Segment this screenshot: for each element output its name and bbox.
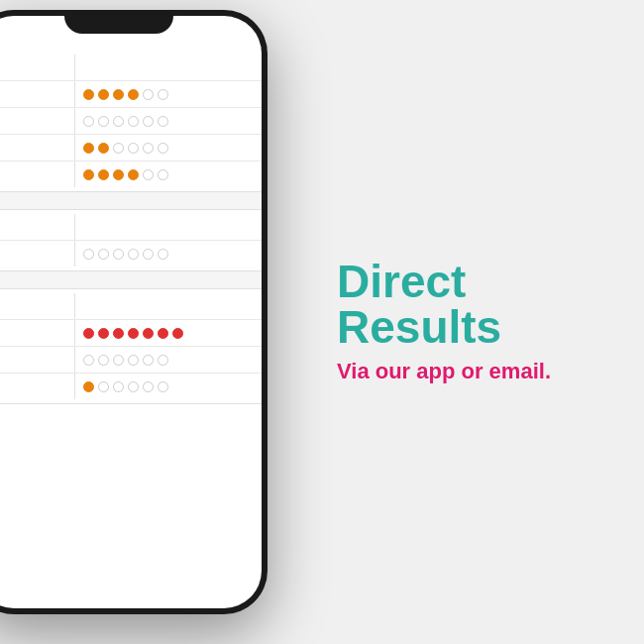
- dot: [83, 249, 94, 260]
- table-row: tion: [0, 241, 262, 267]
- phone-screen: on m: [0, 16, 262, 608]
- headline: Direct Results: [337, 259, 624, 350]
- row-label: [0, 320, 75, 346]
- screen-content: on m: [0, 16, 262, 608]
- dot: [143, 116, 154, 127]
- table-row: on: [0, 214, 262, 241]
- dot: [113, 89, 124, 100]
- dot: [113, 143, 124, 154]
- dots-row: [75, 377, 176, 396]
- table-row: on: [0, 54, 262, 81]
- dot: [128, 116, 139, 127]
- dot: [98, 381, 109, 392]
- dot: [83, 355, 94, 366]
- dot: [143, 355, 154, 366]
- section-1: on m: [0, 51, 262, 192]
- dot: [158, 355, 168, 366]
- dot: [98, 355, 109, 366]
- row-label: tion: [0, 347, 75, 373]
- table-row: m: [0, 81, 262, 108]
- table-row: [0, 320, 262, 347]
- dot: [98, 116, 109, 127]
- dot: [158, 249, 168, 260]
- row-label: on: [0, 214, 75, 240]
- section-gap: [0, 271, 262, 289]
- headline-line2: Results: [337, 301, 501, 353]
- dot: [158, 143, 168, 154]
- dot: [98, 249, 109, 260]
- dot: [83, 328, 94, 339]
- subtext: Via our app or email.: [337, 358, 624, 386]
- table-row: m: [0, 161, 262, 187]
- dot: [143, 381, 154, 392]
- row-label: [0, 135, 75, 161]
- dot: [83, 169, 94, 180]
- dot: [113, 381, 124, 392]
- dots-row: [75, 223, 91, 231]
- dot: [128, 169, 139, 180]
- dot: [113, 169, 124, 180]
- dot: [158, 328, 168, 339]
- dot: [128, 355, 139, 366]
- dot: [143, 249, 154, 260]
- phone-notch: [64, 10, 173, 34]
- dot: [158, 89, 168, 100]
- dot: [83, 381, 94, 392]
- dot: [113, 355, 124, 366]
- dot: [128, 249, 139, 260]
- dot: [143, 169, 154, 180]
- section-3: on: [0, 289, 262, 404]
- row-label: on: [0, 54, 75, 80]
- row-label: m: [0, 161, 75, 187]
- dot: [98, 89, 109, 100]
- row-label: on: [0, 293, 75, 319]
- dot: [83, 143, 94, 154]
- row-label: ton: [0, 374, 75, 399]
- dot: [143, 143, 154, 154]
- dots-row: [75, 139, 176, 158]
- dot: [113, 328, 124, 339]
- table-row: ton: [0, 374, 262, 399]
- dots-row: [75, 112, 176, 131]
- row-label: m: [0, 81, 75, 107]
- table-row: tion: [0, 347, 262, 374]
- section-gap: [0, 192, 262, 210]
- dot: [128, 143, 139, 154]
- dot: [83, 116, 94, 127]
- dots-row: [75, 165, 176, 184]
- dots-row: [75, 245, 176, 264]
- dot: [158, 116, 168, 127]
- table-row: on: [0, 293, 262, 320]
- dots-row: [75, 351, 176, 370]
- section-2: on tion: [0, 210, 262, 271]
- table-row: tion: [0, 108, 262, 135]
- dot: [113, 249, 124, 260]
- dots-row: [75, 302, 91, 310]
- right-content: Direct Results Via our app or email.: [337, 259, 624, 386]
- dot: [98, 169, 109, 180]
- headline-line1: Direct: [337, 256, 466, 307]
- phone-mockup: on m: [0, 10, 307, 634]
- dot: [172, 328, 183, 339]
- dot: [158, 169, 168, 180]
- dot: [83, 89, 94, 100]
- dots-row: [75, 63, 91, 71]
- dot: [158, 381, 168, 392]
- phone-frame: on m: [0, 10, 268, 614]
- dot: [98, 328, 109, 339]
- dots-row: [75, 85, 176, 104]
- dot: [128, 89, 139, 100]
- dots-row: [75, 324, 191, 343]
- dot: [128, 328, 139, 339]
- dot: [113, 116, 124, 127]
- dot: [128, 381, 139, 392]
- row-label: tion: [0, 241, 75, 267]
- dot: [143, 89, 154, 100]
- dot: [98, 143, 109, 154]
- table-row: [0, 135, 262, 161]
- row-label: tion: [0, 108, 75, 134]
- dot: [143, 328, 154, 339]
